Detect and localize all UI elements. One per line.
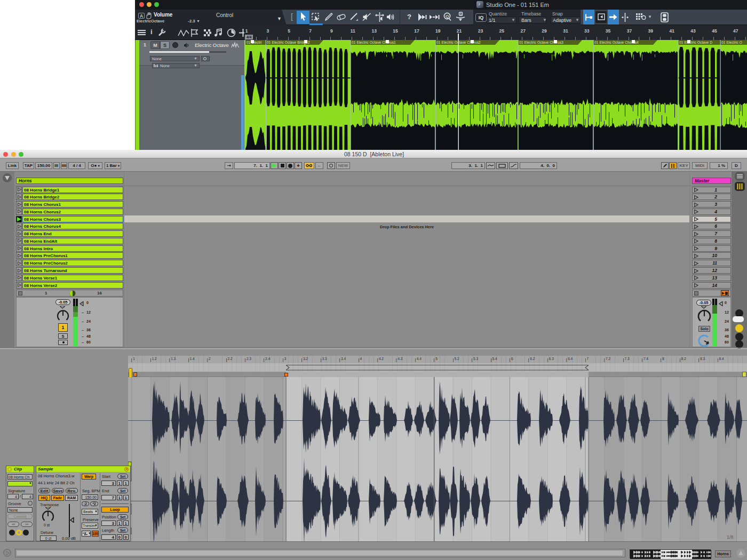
svg-text:01 Electric Octave Chorus1: 01 Electric Octave Chorus1	[352, 41, 396, 44]
svg-text:01 Electric O: 01 Electric O	[721, 41, 742, 44]
svg-text:1/8: 1/8	[727, 534, 734, 540]
svg-text:Q: Q	[446, 14, 449, 19]
svg-text:01 Electri: 01 Electri	[247, 41, 262, 44]
svg-text:01 Electric Octave Bridge2: 01 Electric Octave Bridge2	[267, 41, 310, 45]
svg-text:01 Electric Octave D: 01 Electric Octave D	[679, 41, 712, 44]
